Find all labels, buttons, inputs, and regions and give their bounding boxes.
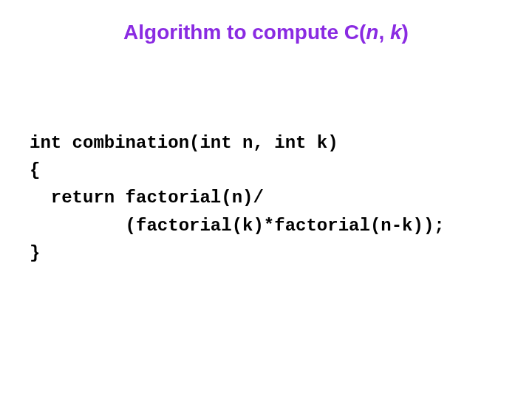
slide: Algorithm to compute C(n, k) int combina… [0, 0, 532, 399]
slide-title: Algorithm to compute C(n, k) [0, 21, 532, 44]
code-line-4: (factorial(k)*factorial(n-k)); [30, 216, 445, 236]
code-line-2: { [30, 160, 40, 180]
code-line-3: return factorial(n)/ [30, 188, 264, 208]
title-prefix: Algorithm to compute [123, 21, 344, 44]
title-close: ) [402, 21, 409, 44]
code-line-1: int combination(int n, int k) [30, 133, 338, 153]
title-arg-n: n [366, 21, 378, 44]
title-open: ( [359, 21, 366, 44]
title-arg-k: k [390, 21, 402, 44]
title-func: C [344, 21, 359, 44]
code-line-5: } [30, 243, 40, 263]
title-sep: , [378, 21, 390, 44]
code-block: int combination(int n, int k) { return f… [30, 129, 445, 267]
